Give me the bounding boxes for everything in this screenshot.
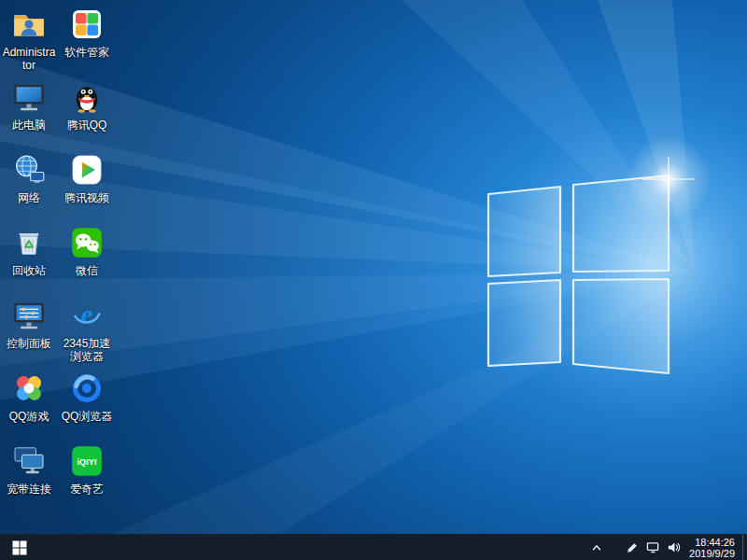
desktop-icon-this-pc[interactable]: 此电脑 (1, 77, 57, 149)
software-manager-icon (68, 6, 106, 43)
desktop-icon-2345-browser[interactable]: e 2345加速浏览器 (59, 295, 115, 368)
desktop-icon-label: 回收站 (12, 264, 46, 277)
desktop-icon-label: QQ游戏 (9, 410, 49, 423)
desktop-icon-label: 此电脑 (12, 119, 46, 132)
show-desktop-button[interactable] (742, 535, 747, 560)
hidden-icons-chevron-icon[interactable] (586, 535, 607, 560)
broadband-connection-icon (10, 442, 48, 480)
desktop-icon-label: 腾讯视频 (64, 191, 109, 204)
desktop-icon-software-manager[interactable]: 软件管家 (59, 4, 115, 77)
desktop-icon-administrator[interactable]: Administrator (1, 4, 57, 77)
desktop-icon-column-1: Administrator 此电脑 (1, 4, 57, 513)
desktop-icon-wechat[interactable]: 微信 (59, 222, 115, 295)
desktop-icon-label: 腾讯QQ (67, 119, 107, 132)
start-button[interactable] (0, 535, 39, 560)
tencent-video-icon (68, 151, 106, 189)
clock-time: 18:44:26 (695, 537, 735, 548)
taskbar-clock[interactable]: 18:44:26 2019/9/29 (684, 535, 742, 560)
desktop-icon-recycle-bin[interactable]: 回收站 (1, 222, 57, 295)
desktop-icon-control-panel[interactable]: 控制面板 (1, 295, 57, 368)
user-folder-icon (10, 6, 48, 43)
clock-date: 2019/9/29 (689, 548, 735, 559)
desktop-icon-network[interactable]: 网络 (1, 149, 57, 222)
desktop-icon-label: 微信 (76, 264, 98, 277)
volume-icon[interactable] (663, 535, 684, 560)
desktop-icon-label: 爱奇艺 (70, 483, 104, 496)
desktop-icon-label: 软件管家 (64, 46, 109, 59)
windows-start-icon (12, 540, 27, 555)
desktop-icon-label: Administrator (1, 46, 57, 72)
pen-input-icon[interactable] (622, 535, 642, 560)
desktop-icon-tencent-qq[interactable]: 腾讯QQ (59, 77, 115, 149)
desktop-icon-iqiyi[interactable]: iQIYI 爱奇艺 (59, 441, 115, 513)
desktop-icon-qq-games[interactable]: QQ游戏 (1, 368, 57, 441)
desktop-icon-label: 控制面板 (7, 337, 51, 350)
taskbar: 18:44:26 2019/9/29 (0, 534, 747, 560)
svg-text:e: e (81, 300, 93, 329)
control-panel-icon (10, 297, 48, 334)
desktop-icon-column-2: 软件管家 腾讯QQ (59, 4, 115, 513)
desktop-icon-qq-browser[interactable]: QQ浏览器 (59, 368, 115, 441)
qq-penguin-icon (68, 78, 106, 116)
desktop-icon-tencent-video[interactable]: 腾讯视频 (59, 149, 115, 222)
recycle-bin-icon (10, 224, 48, 261)
wechat-icon (68, 224, 106, 261)
browser-2345-icon: e (68, 297, 106, 334)
iqiyi-logo-text: iQIYI (78, 457, 97, 467)
iqiyi-icon: iQIYI (68, 442, 106, 480)
desktop-icon-broadband-connection[interactable]: 宽带连接 (1, 441, 57, 513)
desktop: Administrator 此电脑 (0, 0, 747, 560)
desktop-icon-label: 2345加速浏览器 (59, 337, 115, 363)
system-tray: 18:44:26 2019/9/29 (586, 535, 747, 560)
desktop-icon-label: QQ浏览器 (62, 410, 113, 423)
this-pc-icon (10, 78, 48, 116)
network-status-icon[interactable] (642, 535, 663, 560)
network-globe-icon (10, 151, 48, 189)
desktop-icon-label: 宽带连接 (7, 483, 51, 496)
qq-games-icon (10, 370, 48, 407)
desktop-icon-label: 网络 (18, 191, 40, 204)
qq-browser-icon (68, 370, 106, 407)
